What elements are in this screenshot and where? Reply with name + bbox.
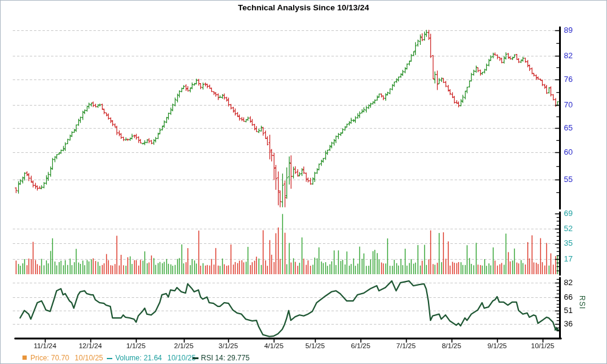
- x-axis-label: 4/1/25: [254, 342, 293, 349]
- price-axis-label: 82: [564, 51, 572, 61]
- x-axis-label: 11/1/24: [25, 342, 64, 349]
- x-axis-label: 8/1/25: [432, 342, 471, 349]
- rsi-axis-label: 36: [564, 319, 572, 329]
- x-axis-label: 3/1/25: [209, 342, 248, 349]
- volume-legend-dash-icon: [107, 358, 112, 359]
- x-axis-label: 10/1/25: [523, 342, 562, 349]
- volume-axis-label: 35: [564, 238, 572, 248]
- legend-rsi: RSI 14: 29.775: [201, 354, 249, 362]
- x-axis-label: 2/1/25: [164, 342, 203, 349]
- price-axis-label: 65: [564, 123, 572, 133]
- x-axis-label: 7/1/25: [387, 342, 426, 349]
- volume-axis-label: 17: [564, 254, 572, 264]
- legend-volume: Volume: 21.6410/10/25: [115, 354, 195, 362]
- legend-price: Price: 70.7010/10/25: [30, 354, 103, 362]
- price-axis-label: 60: [564, 147, 572, 157]
- price-legend-swatch-icon: [22, 356, 27, 360]
- volume-axis-label: 69: [564, 209, 572, 218]
- rsi-legend-dash-icon: [192, 357, 198, 359]
- x-axis-label: 5/1/25: [296, 342, 334, 349]
- price-axis-label: 70: [564, 100, 572, 110]
- rsi-axis-label: 82: [564, 278, 572, 288]
- page-title: Technical Analysis Since 10/13/24: [1, 3, 606, 12]
- rsi-axis-label: 51: [564, 306, 572, 315]
- price-axis-label: 89: [564, 25, 572, 35]
- price-axis-label: 55: [564, 175, 572, 184]
- x-axis-label: 12/1/24: [71, 342, 110, 349]
- rsi-axis-title: RSI: [578, 295, 586, 309]
- chart-canvas: [1, 1, 607, 364]
- volume-axis-label: 52: [564, 224, 572, 234]
- x-axis-label: 9/1/25: [478, 342, 517, 349]
- rsi-axis-label: 66: [564, 292, 572, 302]
- x-axis-label: 1/1/25: [117, 342, 155, 349]
- x-axis-label: 6/1/25: [341, 342, 380, 349]
- price-axis-label: 76: [564, 75, 572, 84]
- chart-window: Technical Analysis Since 10/13/24 89 82 …: [0, 0, 607, 364]
